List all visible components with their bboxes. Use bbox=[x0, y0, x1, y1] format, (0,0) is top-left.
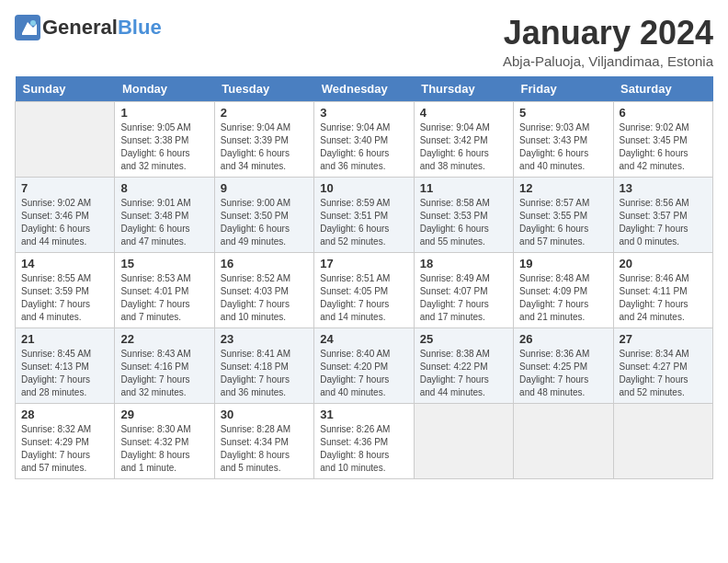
cell-info: Sunrise: 8:32 AMSunset: 4:29 PMDaylight:… bbox=[21, 423, 108, 475]
calendar-table: SundayMondayTuesdayWednesdayThursdayFrid… bbox=[15, 76, 713, 479]
calendar-day-28: 28Sunrise: 8:32 AMSunset: 4:29 PMDayligh… bbox=[16, 403, 115, 478]
date-number: 27 bbox=[620, 332, 707, 346]
cell-info: Sunrise: 8:49 AMSunset: 4:07 PMDaylight:… bbox=[420, 272, 507, 324]
calendar-day-26: 26Sunrise: 8:36 AMSunset: 4:25 PMDayligh… bbox=[514, 327, 613, 403]
day-header-wednesday: Wednesday bbox=[314, 76, 414, 102]
calendar-title: January 2024 bbox=[503, 15, 713, 52]
cell-info: Sunrise: 9:01 AMSunset: 3:48 PMDaylight:… bbox=[120, 197, 208, 248]
date-number: 7 bbox=[21, 181, 108, 195]
cell-info: Sunrise: 8:26 AMSunset: 4:36 PMDaylight:… bbox=[320, 423, 407, 475]
date-number: 31 bbox=[320, 408, 407, 421]
calendar-day-17: 17Sunrise: 8:51 AMSunset: 4:05 PMDayligh… bbox=[314, 252, 414, 327]
calendar-day-1: 1Sunrise: 9:05 AMSunset: 3:38 PMDaylight… bbox=[115, 101, 214, 177]
cell-info: Sunrise: 8:40 AMSunset: 4:20 PMDaylight:… bbox=[320, 348, 407, 399]
date-number: 18 bbox=[420, 257, 507, 270]
cell-info: Sunrise: 9:04 AMSunset: 3:39 PMDaylight:… bbox=[221, 121, 308, 173]
day-header-thursday: Thursday bbox=[414, 76, 513, 102]
week-row: 7Sunrise: 9:02 AMSunset: 3:46 PMDaylight… bbox=[16, 177, 713, 252]
calendar-day-5: 5Sunrise: 9:03 AMSunset: 3:43 PMDaylight… bbox=[514, 101, 613, 177]
calendar-subtitle: Abja-Paluoja, Viljandimaa, Estonia bbox=[503, 53, 713, 69]
calendar-day-10: 10Sunrise: 8:59 AMSunset: 3:51 PMDayligh… bbox=[314, 177, 414, 252]
cell-info: Sunrise: 8:41 AMSunset: 4:18 PMDaylight:… bbox=[221, 348, 308, 399]
calendar-day-2: 2Sunrise: 9:04 AMSunset: 3:39 PMDaylight… bbox=[214, 101, 313, 177]
day-header-saturday: Saturday bbox=[613, 76, 712, 102]
date-number: 25 bbox=[420, 332, 507, 346]
calendar-day-25: 25Sunrise: 8:38 AMSunset: 4:22 PMDayligh… bbox=[414, 327, 513, 403]
cell-info: Sunrise: 8:30 AMSunset: 4:32 PMDaylight:… bbox=[120, 423, 208, 475]
week-row: 21Sunrise: 8:45 AMSunset: 4:13 PMDayligh… bbox=[16, 327, 713, 403]
cell-info: Sunrise: 8:34 AMSunset: 4:27 PMDaylight:… bbox=[620, 348, 707, 399]
week-row: 14Sunrise: 8:55 AMSunset: 3:59 PMDayligh… bbox=[16, 252, 713, 327]
date-number: 10 bbox=[320, 181, 407, 195]
cell-info: Sunrise: 9:03 AMSunset: 3:43 PMDaylight:… bbox=[519, 121, 607, 173]
calendar-day-7: 7Sunrise: 9:02 AMSunset: 3:46 PMDaylight… bbox=[16, 177, 115, 252]
calendar-day-11: 11Sunrise: 8:58 AMSunset: 3:53 PMDayligh… bbox=[414, 177, 513, 252]
date-number: 20 bbox=[620, 257, 707, 270]
calendar-day-27: 27Sunrise: 8:34 AMSunset: 4:27 PMDayligh… bbox=[613, 327, 712, 403]
date-number: 24 bbox=[320, 332, 407, 346]
cell-info: Sunrise: 8:48 AMSunset: 4:09 PMDaylight:… bbox=[519, 272, 607, 324]
calendar-day-21: 21Sunrise: 8:45 AMSunset: 4:13 PMDayligh… bbox=[16, 327, 115, 403]
calendar-day-19: 19Sunrise: 8:48 AMSunset: 4:09 PMDayligh… bbox=[514, 252, 613, 327]
date-number: 22 bbox=[120, 332, 208, 346]
date-number: 29 bbox=[120, 408, 208, 421]
empty-cell bbox=[414, 403, 513, 478]
date-number: 3 bbox=[320, 106, 407, 120]
date-number: 14 bbox=[21, 257, 108, 270]
cell-info: Sunrise: 9:05 AMSunset: 3:38 PMDaylight:… bbox=[120, 121, 208, 173]
date-number: 23 bbox=[221, 332, 308, 346]
page-header: GeneralBlue January 2024 Abja-Paluoja, V… bbox=[15, 15, 713, 69]
calendar-day-30: 30Sunrise: 8:28 AMSunset: 4:34 PMDayligh… bbox=[214, 403, 313, 478]
cell-info: Sunrise: 8:51 AMSunset: 4:05 PMDaylight:… bbox=[320, 272, 407, 324]
calendar-day-31: 31Sunrise: 8:26 AMSunset: 4:36 PMDayligh… bbox=[314, 403, 414, 478]
cell-info: Sunrise: 8:53 AMSunset: 4:01 PMDaylight:… bbox=[120, 272, 208, 324]
calendar-day-29: 29Sunrise: 8:30 AMSunset: 4:32 PMDayligh… bbox=[115, 403, 214, 478]
date-number: 9 bbox=[221, 181, 308, 195]
date-number: 2 bbox=[221, 106, 308, 120]
date-number: 11 bbox=[420, 181, 507, 195]
calendar-day-13: 13Sunrise: 8:56 AMSunset: 3:57 PMDayligh… bbox=[613, 177, 712, 252]
calendar-day-22: 22Sunrise: 8:43 AMSunset: 4:16 PMDayligh… bbox=[115, 327, 214, 403]
date-number: 1 bbox=[120, 106, 208, 120]
calendar-day-9: 9Sunrise: 9:00 AMSunset: 3:50 PMDaylight… bbox=[214, 177, 313, 252]
date-number: 28 bbox=[21, 408, 108, 421]
cell-info: Sunrise: 8:56 AMSunset: 3:57 PMDaylight:… bbox=[620, 197, 707, 248]
cell-info: Sunrise: 8:43 AMSunset: 4:16 PMDaylight:… bbox=[120, 348, 208, 399]
date-number: 8 bbox=[120, 181, 208, 195]
week-row: 28Sunrise: 8:32 AMSunset: 4:29 PMDayligh… bbox=[16, 403, 713, 478]
cell-info: Sunrise: 9:04 AMSunset: 3:40 PMDaylight:… bbox=[320, 121, 407, 173]
day-header-tuesday: Tuesday bbox=[214, 76, 313, 102]
date-number: 13 bbox=[620, 181, 707, 195]
calendar-day-14: 14Sunrise: 8:55 AMSunset: 3:59 PMDayligh… bbox=[16, 252, 115, 327]
calendar-day-6: 6Sunrise: 9:02 AMSunset: 3:45 PMDaylight… bbox=[613, 101, 712, 177]
calendar-day-18: 18Sunrise: 8:49 AMSunset: 4:07 PMDayligh… bbox=[414, 252, 513, 327]
date-number: 4 bbox=[420, 106, 507, 120]
cell-info: Sunrise: 8:28 AMSunset: 4:34 PMDaylight:… bbox=[221, 423, 308, 475]
calendar-day-24: 24Sunrise: 8:40 AMSunset: 4:20 PMDayligh… bbox=[314, 327, 414, 403]
date-number: 12 bbox=[519, 181, 607, 195]
empty-cell bbox=[613, 403, 712, 478]
day-header-sunday: Sunday bbox=[16, 76, 115, 102]
cell-info: Sunrise: 8:36 AMSunset: 4:25 PMDaylight:… bbox=[519, 348, 607, 399]
logo: GeneralBlue bbox=[15, 15, 162, 40]
cell-info: Sunrise: 8:46 AMSunset: 4:11 PMDaylight:… bbox=[620, 272, 707, 324]
cell-info: Sunrise: 8:57 AMSunset: 3:55 PMDaylight:… bbox=[519, 197, 607, 248]
cell-info: Sunrise: 9:02 AMSunset: 3:45 PMDaylight:… bbox=[620, 121, 707, 173]
calendar-day-3: 3Sunrise: 9:04 AMSunset: 3:40 PMDaylight… bbox=[314, 101, 414, 177]
empty-cell bbox=[514, 403, 613, 478]
cell-info: Sunrise: 9:02 AMSunset: 3:46 PMDaylight:… bbox=[21, 197, 108, 248]
cell-info: Sunrise: 9:04 AMSunset: 3:42 PMDaylight:… bbox=[420, 121, 507, 173]
cell-info: Sunrise: 8:55 AMSunset: 3:59 PMDaylight:… bbox=[21, 272, 108, 324]
title-block: January 2024 Abja-Paluoja, Viljandimaa, … bbox=[503, 15, 713, 69]
date-number: 6 bbox=[620, 106, 707, 120]
week-row: 1Sunrise: 9:05 AMSunset: 3:38 PMDaylight… bbox=[16, 101, 713, 177]
svg-point-2 bbox=[30, 20, 36, 26]
date-number: 15 bbox=[120, 257, 208, 270]
calendar-day-4: 4Sunrise: 9:04 AMSunset: 3:42 PMDaylight… bbox=[414, 101, 513, 177]
calendar-day-15: 15Sunrise: 8:53 AMSunset: 4:01 PMDayligh… bbox=[115, 252, 214, 327]
date-number: 21 bbox=[21, 332, 108, 346]
calendar-day-12: 12Sunrise: 8:57 AMSunset: 3:55 PMDayligh… bbox=[514, 177, 613, 252]
date-number: 30 bbox=[221, 408, 308, 421]
logo-general-text: General bbox=[42, 16, 118, 40]
date-number: 26 bbox=[519, 332, 607, 346]
